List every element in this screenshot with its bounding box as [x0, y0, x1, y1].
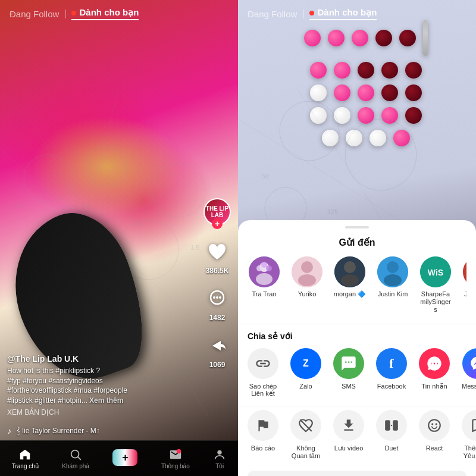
download-icon [341, 418, 356, 433]
heart-icon [206, 241, 228, 262]
creator-username[interactable]: @The Lip Lab U.K [7, 354, 196, 364]
nav-home[interactable]: Trang chủ [12, 448, 39, 469]
svg-point-2 [152, 164, 205, 217]
action-react[interactable]: React [419, 410, 450, 460]
share-messenger[interactable]: Messeng... [462, 348, 476, 397]
zalo-icon: Z [290, 348, 321, 379]
contact-avatar-img [249, 256, 280, 287]
sheet-title: Gửi đến [238, 232, 476, 256]
svg-rect-48 [463, 256, 466, 287]
action-duet[interactable]: Duet [376, 410, 407, 460]
nav-profile[interactable]: Tôi [213, 448, 226, 469]
contact-avatar-img: WiS [420, 256, 451, 287]
share-button[interactable]: 1069 [204, 333, 230, 369]
svg-point-17 [219, 296, 221, 299]
svg-point-56 [431, 423, 433, 425]
svg-text:1.5: 1.5 [190, 244, 199, 251]
tiktok-message-icon [426, 355, 443, 372]
share-message[interactable]: Tin nhắn [419, 348, 450, 397]
share-bottom-sheet: Gửi đến [238, 220, 476, 476]
follow-plus-badge[interactable]: + [212, 218, 223, 229]
see-more-button[interactable]: Xem thêm [89, 396, 123, 405]
share-icon-circle [204, 333, 230, 359]
contact-item[interactable]: WiS SharpeFamilySingers [419, 256, 452, 314]
following-tab-right[interactable]: Đang Follow [248, 9, 297, 19]
contacts-row: Tra Tran Yuriko [248, 256, 466, 317]
contact-avatar [377, 256, 408, 287]
nav-search-label: Khám phá [62, 463, 89, 469]
music-bar: ♪ 𝄞 lie Taylor Surrender - M↑ [7, 426, 231, 436]
contact-name: Tra Tran [252, 290, 276, 298]
creator-avatar-container[interactable]: THE LIP LAB + [203, 198, 231, 226]
save-video-label: Lưu video [334, 444, 364, 452]
share-zalo[interactable]: Z Zalo [290, 348, 321, 397]
contact-avatar [249, 256, 280, 287]
profile-icon [213, 448, 226, 461]
action-report[interactable]: Báo cáo [248, 410, 278, 460]
nav-home-label: Trang chủ [12, 463, 39, 469]
svg-text:50: 50 [83, 202, 90, 209]
svg-point-15 [213, 296, 215, 299]
not-interested-label: KhôngQuan tâm [292, 444, 320, 460]
svg-text:.375: .375 [12, 202, 24, 209]
not-interested-icon [290, 410, 321, 441]
live-dot [71, 11, 76, 15]
contact-item[interactable]: Justin Vib [462, 256, 466, 314]
svg-point-21 [218, 450, 222, 454]
divider [238, 324, 476, 324]
foryou-tab-right[interactable]: Dành cho bạn [309, 7, 377, 20]
following-tab[interactable]: Đang Follow [10, 9, 59, 19]
share-facebook[interactable]: f Facebook [376, 348, 407, 397]
contact-avatar [334, 256, 365, 287]
add-favorite-label: Thêm vềYêu thích [464, 444, 476, 460]
nav-search[interactable]: Khám phá [62, 448, 89, 469]
foryou-tab[interactable]: Dành cho bạn [71, 7, 139, 20]
left-video-panel: 25 50 125 .375 1.5 75 Đang Follow | Dành… [0, 0, 238, 476]
like-button[interactable]: 386.5K [204, 239, 230, 275]
share-sms[interactable]: SMS [333, 348, 364, 397]
action-not-interested[interactable]: KhôngQuan tâm [290, 410, 321, 460]
comment-button[interactable]: 1482 [204, 286, 230, 322]
message-label: Tin nhắn [421, 383, 447, 390]
contact-name: Yuriko [298, 290, 317, 298]
svg-point-20 [177, 449, 181, 453]
duet-icon-svg [384, 418, 399, 433]
share-section-label: Chia sẻ với [238, 327, 476, 348]
svg-point-55 [428, 419, 440, 431]
contact-name: morgan 🔷 [334, 290, 366, 298]
cancel-button[interactable]: Hủy [248, 471, 466, 476]
translate-button[interactable]: XEM BẢN DỊCH [7, 408, 196, 416]
bookmark-icon [469, 418, 476, 433]
share-copy-link[interactable]: Sao chépLiên kết [248, 348, 278, 397]
contact-item[interactable]: Tra Tran [248, 256, 281, 314]
duet-label: Duet [384, 444, 398, 452]
contact-item[interactable]: Justin Kim [376, 256, 409, 314]
add-favorite-icon [462, 410, 476, 441]
inbox-icon [169, 448, 182, 461]
create-plus-button[interactable] [112, 449, 137, 466]
svg-point-34 [256, 265, 262, 271]
message-icon [419, 348, 450, 379]
contact-avatar-img [377, 256, 408, 287]
svg-text:50: 50 [262, 173, 269, 180]
sheet-drag-handle [345, 226, 369, 228]
svg-point-35 [261, 262, 267, 268]
flag-icon [255, 418, 271, 433]
facebook-label: Facebook [377, 383, 406, 390]
music-text: 𝄞 lie Taylor Surrender - M↑ [16, 427, 100, 435]
sms-icon [333, 348, 364, 379]
nav-inbox[interactable]: Thông báo [161, 448, 190, 469]
svg-point-22 [280, 101, 339, 161]
action-save-video[interactable]: Lưu video [333, 410, 364, 460]
contact-item[interactable]: Yuriko [290, 256, 324, 314]
heart-off-icon [298, 418, 314, 433]
bottom-navigation: Trang chủ Khám phá Thông báo Tôi [0, 440, 238, 476]
like-count: 386.5K [206, 267, 229, 275]
action-row: Báo cáo KhôngQuan tâm L [238, 409, 476, 468]
contact-item[interactable]: morgan 🔷 [333, 256, 367, 314]
duet-icon [376, 410, 407, 441]
action-add-favorite[interactable]: Thêm vềYêu thích [462, 410, 476, 460]
nav-create[interactable] [112, 449, 137, 468]
sms-label: SMS [342, 383, 356, 390]
svg-point-44 [387, 261, 399, 273]
